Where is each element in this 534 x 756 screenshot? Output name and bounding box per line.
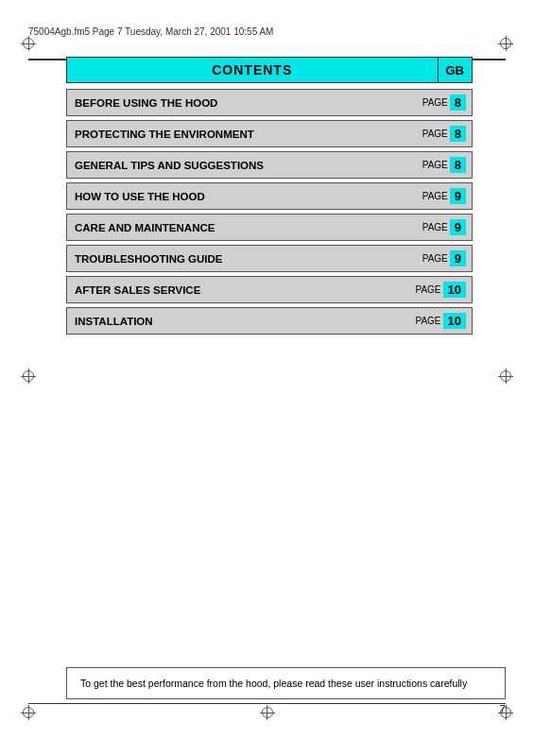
page-num-6: 10 [443,282,466,298]
toc-item-5: TROUBLESHOOTING GUIDEPAGE 9 [66,245,473,272]
bottom-note: To get the best performance from the hoo… [66,667,506,699]
crosshair-top-right [498,36,513,51]
page-num-4: 9 [450,219,466,235]
toc-item-page-0: PAGE 8 [407,90,472,115]
toc-item-title-7: INSTALLATION [67,308,407,334]
crosshair-top-left [21,36,36,51]
page-number: 7 [499,703,506,716]
page-label-0: PAGE [422,97,448,108]
page-label-5: PAGE [422,253,448,264]
bottom-border [28,703,506,705]
toc-rows: BEFORE USING THE HOODPAGE 8PROTECTING TH… [66,89,473,335]
toc-item-page-4: PAGE 9 [407,215,472,240]
page-label-3: PAGE [422,191,448,201]
page-num-5: 9 [450,250,466,266]
toc-item-page-5: PAGE 9 [407,246,472,271]
toc-item-0: BEFORE USING THE HOODPAGE 8 [66,89,473,116]
toc-item-6: AFTER SALES SERVICEPAGE 10 [66,276,473,303]
toc-item-page-3: PAGE 9 [407,183,472,209]
toc-item-3: HOW TO USE THE HOODPAGE 9 [66,182,473,210]
page-label-2: PAGE [422,160,448,170]
crosshair-bot-left [21,705,36,720]
toc-section: CONTENTS GB BEFORE USING THE HOODPAGE 8P… [66,57,473,338]
page-num-1: 8 [450,126,466,142]
page-num-0: 8 [450,94,466,111]
toc-item-7: INSTALLATIONPAGE 10 [66,307,473,335]
toc-item-title-6: AFTER SALES SERVICE [67,277,407,302]
toc-item-title-3: HOW TO USE THE HOOD [67,183,407,209]
toc-item-title-4: CARE AND MAINTENANCE [67,215,407,240]
page-num-2: 8 [450,157,466,173]
toc-item-4: CARE AND MAINTENANCEPAGE 9 [66,214,473,241]
toc-item-page-7: PAGE 10 [407,308,472,334]
toc-item-page-2: PAGE 8 [407,152,472,178]
page-label-6: PAGE [415,284,440,295]
page-label-7: PAGE [415,316,440,326]
page-num-3: 9 [450,188,466,204]
header-filename: 75004Agb.fm5 Page 7 Tuesday, March 27, 2… [28,26,506,37]
page-container: 75004Agb.fm5 Page 7 Tuesday, March 27, 2… [0,0,534,756]
page-num-7: 10 [443,313,466,329]
crosshair-bot-mid [260,705,275,720]
toc-item-title-0: BEFORE USING THE HOOD [67,90,407,115]
toc-item-title-1: PROTECTING THE ENVIRONMENT [67,121,407,146]
contents-header-row: CONTENTS GB [66,57,473,83]
contents-title: CONTENTS [66,57,438,83]
toc-item-title-2: GENERAL TIPS AND SUGGESTIONS [67,152,407,178]
page-label-4: PAGE [422,222,448,232]
crosshair-mid-left [21,369,36,384]
toc-item-title-5: TROUBLESHOOTING GUIDE [67,246,407,271]
toc-item-1: PROTECTING THE ENVIRONMENTPAGE 8 [66,120,473,147]
toc-item-page-1: PAGE 8 [407,121,472,146]
crosshair-mid-right [498,369,513,384]
toc-item-page-6: PAGE 10 [407,277,472,302]
contents-gb: GB [438,57,474,83]
toc-item-2: GENERAL TIPS AND SUGGESTIONSPAGE 8 [66,151,473,179]
page-label-1: PAGE [422,129,448,139]
